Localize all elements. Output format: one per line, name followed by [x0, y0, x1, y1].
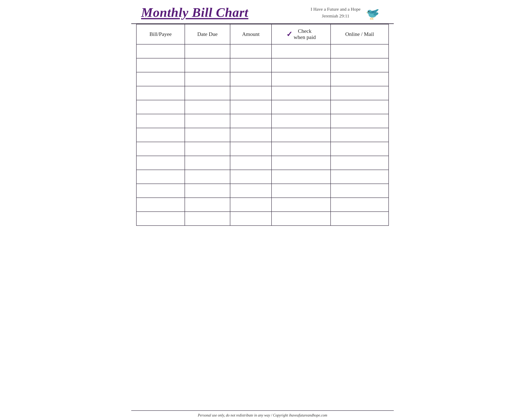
table-cell — [185, 198, 230, 212]
table-cell — [230, 142, 271, 156]
table-cell — [331, 156, 389, 170]
table-cell — [230, 198, 271, 212]
table-cell — [185, 58, 230, 72]
svg-line-16 — [373, 19, 374, 19]
table-cell — [136, 100, 185, 114]
svg-point-2 — [368, 11, 369, 12]
table-cell — [230, 128, 271, 142]
table-cell — [331, 184, 389, 198]
table-cell — [331, 198, 389, 212]
table-cell — [272, 86, 331, 100]
table-row — [136, 114, 389, 128]
table-cell — [136, 86, 185, 100]
table-cell — [272, 100, 331, 114]
table-cell — [331, 58, 389, 72]
checkmark-icon: ✓ — [286, 31, 292, 38]
page-title: Monthly Bill Chart — [141, 5, 248, 20]
table-cell — [136, 198, 185, 212]
table-cell — [136, 184, 185, 198]
col-header-date-due: Date Due — [185, 24, 230, 44]
table-cell — [272, 72, 331, 86]
table-cell — [185, 128, 230, 142]
table-cell — [331, 72, 389, 86]
table-cell — [331, 100, 389, 114]
table-cell — [185, 114, 230, 128]
table-cell — [230, 100, 271, 114]
col-header-bill-payee: Bill/Payee — [136, 24, 185, 44]
table-cell — [331, 142, 389, 156]
table-cell — [185, 72, 230, 86]
table-cell — [185, 156, 230, 170]
table-cell — [185, 142, 230, 156]
tagline: I Have a Future and a Hope Jeremiah 29:1… — [311, 6, 361, 19]
table-row — [136, 156, 389, 170]
table-row — [136, 100, 389, 114]
table-cell — [272, 170, 331, 184]
table-cell — [185, 86, 230, 100]
table-cell — [272, 114, 331, 128]
table-body — [136, 44, 389, 226]
table-row — [136, 170, 389, 184]
table-cell — [136, 170, 185, 184]
table-cell — [230, 156, 271, 170]
table-cell — [136, 72, 185, 86]
col-header-check-when-paid: ✓ Check when paid — [272, 24, 331, 44]
table-cell — [272, 44, 331, 58]
table-cell — [136, 212, 185, 226]
table-cell — [272, 142, 331, 156]
table-cell — [230, 114, 271, 128]
table-cell — [136, 58, 185, 72]
table-cell — [136, 128, 185, 142]
table-cell — [185, 170, 230, 184]
table-row — [136, 44, 389, 58]
table-cell — [230, 86, 271, 100]
svg-line-13 — [373, 18, 373, 19]
footer: Personal use only, do not redistribute i… — [131, 410, 394, 420]
table-cell — [272, 212, 331, 226]
header-right: I Have a Future and a Hope Jeremiah 29:1… — [311, 5, 384, 20]
table-row — [136, 86, 389, 100]
table-cell — [331, 114, 389, 128]
table-cell — [136, 156, 185, 170]
table-cell — [230, 44, 271, 58]
table-cell — [272, 58, 331, 72]
table-cell — [185, 44, 230, 58]
bird-icon — [366, 5, 384, 20]
table-cell — [230, 212, 271, 226]
table-cell — [185, 212, 230, 226]
table-cell — [230, 72, 271, 86]
table-row — [136, 212, 389, 226]
header: Monthly Bill Chart I Have a Future and a… — [131, 0, 394, 24]
table-cell — [185, 100, 230, 114]
table-cell — [230, 58, 271, 72]
page: Monthly Bill Chart I Have a Future and a… — [131, 0, 394, 420]
table-cell — [136, 44, 185, 58]
table-cell — [331, 170, 389, 184]
table-row — [136, 72, 389, 86]
table-cell — [136, 114, 185, 128]
table-row — [136, 142, 389, 156]
table-cell — [230, 170, 271, 184]
table-cell — [331, 212, 389, 226]
table-cell — [272, 156, 331, 170]
table-cell — [272, 184, 331, 198]
table-cell — [331, 128, 389, 142]
table-container: Bill/Payee Date Due Amount ✓ Check w — [131, 24, 394, 410]
table-cell — [136, 142, 185, 156]
svg-point-3 — [368, 11, 369, 12]
col-header-online-mail: Online / Mail — [331, 24, 389, 44]
table-row — [136, 58, 389, 72]
svg-marker-4 — [366, 12, 367, 13]
table-cell — [331, 86, 389, 100]
bill-chart-table: Bill/Payee Date Due Amount ✓ Check w — [136, 24, 389, 226]
table-cell — [272, 128, 331, 142]
table-cell — [185, 184, 230, 198]
col-header-amount: Amount — [230, 24, 271, 44]
table-row — [136, 184, 389, 198]
svg-line-9 — [371, 18, 372, 19]
table-row — [136, 128, 389, 142]
table-cell — [331, 44, 389, 58]
table-cell — [230, 184, 271, 198]
table-cell — [272, 198, 331, 212]
table-row — [136, 198, 389, 212]
